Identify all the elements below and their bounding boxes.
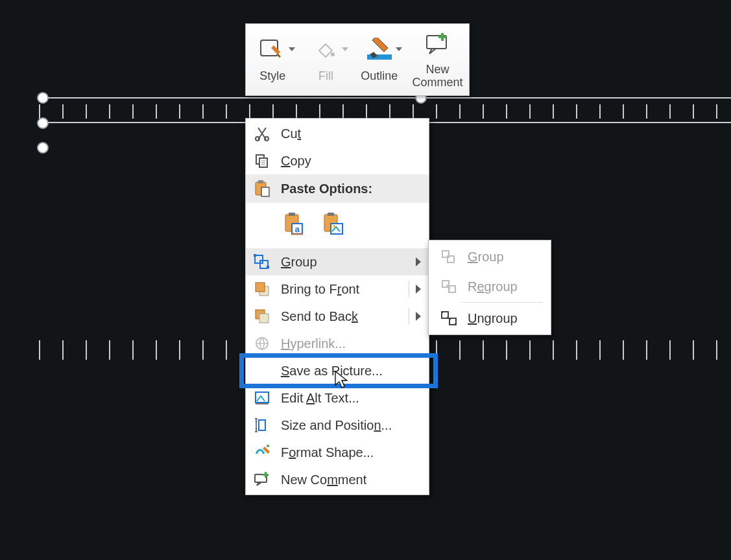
outline-label: Outline [361,69,398,83]
menu-format-shape[interactable]: Format Shape... [246,439,429,466]
svg-rect-47 [449,318,451,320]
cut-icon [251,124,273,143]
menu-label: Copy [281,154,421,169]
svg-point-19 [296,233,298,235]
hyperlink-icon [251,334,273,353]
menu-label: Paste Options: [281,181,421,196]
bring-to-front-icon [251,279,273,299]
menu-size-and-position[interactable]: Size and Position... [246,412,429,439]
svg-point-5 [265,137,269,141]
selection-handle[interactable] [37,142,49,154]
outline-icon [365,36,394,65]
svg-point-37 [267,445,269,447]
svg-point-1 [331,52,335,56]
submenu-ungroup[interactable]: Ungroup [429,303,551,333]
submenu-arrow-icon[interactable] [416,312,421,321]
svg-point-24 [333,225,335,228]
paste-use-destination-theme[interactable]: a [281,209,308,240]
svg-rect-32 [259,314,269,323]
size-position-icon [251,415,273,435]
menu-label: Save as Picture... [281,364,421,379]
new-comment-label-2: Comment [412,76,462,89]
split-divider [409,281,409,298]
regroup-icon [438,277,460,296]
format-shape-icon [251,443,273,462]
blank-icon [251,361,273,380]
ruler-tick-marks [39,104,731,119]
context-menu: Cut Copy Paste Options: a Group Bring to… [245,118,429,495]
fill-button[interactable]: Fill [299,24,352,95]
paste-options-row: a [246,203,429,248]
svg-text:a: a [294,224,300,234]
svg-rect-27 [254,254,256,257]
menu-label: New Comment [281,472,421,487]
submenu-group: Group [429,242,551,272]
svg-point-4 [256,137,259,141]
menu-label: Regroup [468,279,542,294]
alt-text-icon [251,388,273,408]
paste-icon [251,179,273,198]
style-icon [258,36,287,65]
group-icon [438,247,460,266]
menu-label: Hyperlink... [281,336,421,351]
menu-cut[interactable]: Cut [246,120,429,147]
svg-rect-22 [328,213,334,216]
submenu-arrow-icon [416,257,421,266]
new-comment-button[interactable]: New Comment [406,24,469,95]
menu-label: Ungroup [468,311,542,326]
outline-button[interactable]: Outline [353,24,406,95]
send-to-back-icon [251,307,273,326]
fill-label: Fill [318,69,333,83]
ungroup-icon [438,309,460,328]
fill-icon [311,36,341,65]
svg-rect-28 [267,266,269,268]
menu-edit-alt-text[interactable]: Edit Alt Text... [246,384,429,412]
menu-label: Edit Alt Text... [281,391,421,406]
menu-new-comment[interactable]: New Comment [246,466,429,493]
svg-point-20 [300,233,302,235]
menu-save-as-picture[interactable]: Save as Picture... [246,357,429,384]
selection-handle[interactable] [37,92,49,104]
menu-send-to-back[interactable]: Send to Back [246,303,429,330]
group-icon [251,252,273,272]
svg-rect-30 [256,283,265,292]
svg-point-18 [292,233,294,235]
selection-handle[interactable] [37,117,49,129]
paste-as-picture[interactable] [320,209,347,240]
menu-copy[interactable]: Copy [246,147,429,174]
menu-label: Group [281,255,416,270]
menu-bring-to-front[interactable]: Bring to Front [246,275,429,303]
menu-group[interactable]: Group [246,248,429,275]
svg-rect-12 [258,180,263,183]
new-comment-icon [251,470,273,489]
svg-rect-13 [261,187,269,196]
menu-label: Send to Back [281,309,402,324]
svg-rect-23 [331,224,342,234]
menu-label: Bring to Front [281,282,402,297]
menu-hyperlink: Hyperlink... [246,330,429,357]
menu-label: Format Shape... [281,445,421,460]
svg-rect-42 [449,286,455,292]
copy-icon [251,151,273,170]
group-submenu: Group Regroup Ungroup [428,240,551,335]
submenu-regroup: Regroup [429,272,551,301]
style-label: Style [259,69,285,83]
svg-rect-15 [289,213,295,216]
menu-paste-options-header: Paste Options: [246,174,429,203]
style-button[interactable]: Style [246,24,299,95]
svg-rect-45 [441,311,443,313]
menu-label: Size and Position... [281,418,421,433]
menu-label: Group [468,250,542,264]
split-divider [409,308,409,325]
new-comment-icon [422,29,452,59]
svg-rect-46 [447,317,449,319]
svg-rect-48 [455,323,457,325]
menu-separator [461,302,543,303]
mini-toolbar: Style Fill Outline [245,23,470,96]
submenu-arrow-icon[interactable] [416,285,421,294]
svg-rect-36 [259,420,265,430]
new-comment-label-1: New [425,63,449,76]
menu-label: Cut [281,126,421,141]
